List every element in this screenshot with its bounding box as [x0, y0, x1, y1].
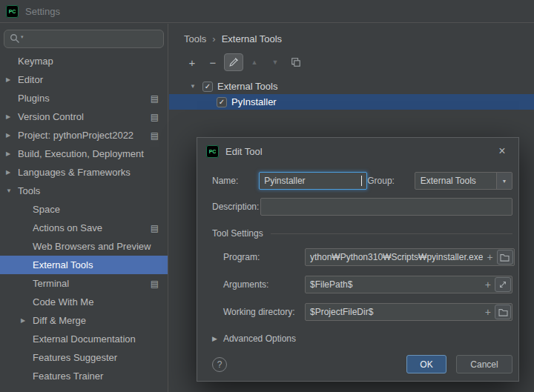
external-tools-tree: ▼ ✓ External Tools ✓ PyInstaller: [169, 79, 534, 110]
sidebar-item-label: Terminal: [33, 278, 69, 289]
external-tools-toolbar: + − ▲ ▼: [182, 53, 534, 71]
sidebar-item-label: Web Browsers and Preview: [33, 241, 151, 252]
sidebar-item-web-browsers[interactable]: Web Browsers and Preview: [0, 237, 168, 256]
sidebar-item-editor[interactable]: ▶Editor: [0, 70, 168, 89]
dropdown-arrow-icon[interactable]: ▼: [496, 173, 512, 189]
chevron-down-icon[interactable]: ▼: [190, 83, 198, 90]
project-override-icon: ▤: [151, 224, 159, 233]
project-override-icon: ▤: [151, 279, 159, 288]
insert-macro-icon[interactable]: +: [481, 279, 495, 290]
arrow-down-icon: ▼: [272, 59, 279, 66]
insert-macro-icon[interactable]: +: [483, 252, 496, 262]
project-override-icon: ▤: [151, 94, 159, 103]
settings-sidebar: ▾ Keymap ▶Editor Plugins▤ ▶Version Contr…: [0, 24, 168, 392]
remove-tool-button[interactable]: −: [203, 53, 222, 71]
sidebar-item-external-tools[interactable]: External Tools: [0, 256, 168, 274]
browse-button[interactable]: [497, 250, 513, 265]
help-button[interactable]: ?: [212, 357, 227, 372]
tree-row-pyinstaller[interactable]: ✓ PyInstaller: [169, 94, 534, 110]
group-dropdown[interactable]: External Tools ▼: [415, 172, 512, 190]
browse-button[interactable]: [495, 305, 511, 319]
cancel-button[interactable]: Cancel: [456, 355, 512, 373]
settings-search-input[interactable]: [4, 30, 164, 48]
arguments-field[interactable]: $FilePath$ +: [305, 276, 512, 293]
breadcrumb-separator-icon: ›: [212, 33, 215, 44]
edit-tool-dialog: PC Edit Tool × Name: Pyinstaller Group: …: [197, 137, 519, 382]
search-icon: [10, 33, 20, 44]
sidebar-item-features-trainer[interactable]: Features Trainer: [0, 367, 168, 385]
tree-row-external-tools[interactable]: ▼ ✓ External Tools: [169, 79, 534, 94]
project-override-icon: ▤: [151, 131, 159, 140]
sidebar-item-label: Build, Execution, Deployment: [18, 148, 144, 159]
sidebar-item-languages-frameworks[interactable]: ▶Languages & Frameworks: [0, 163, 168, 182]
sidebar-item-partial[interactable]: ▤: [0, 385, 168, 392]
close-icon[interactable]: ×: [495, 145, 510, 157]
sidebar-item-label: Tools: [18, 185, 40, 196]
edit-tool-button[interactable]: [224, 53, 243, 71]
move-up-button[interactable]: ▲: [245, 53, 264, 71]
sidebar-item-code-with-me[interactable]: Code With Me: [0, 293, 168, 311]
sidebar-item-space[interactable]: Space: [0, 200, 168, 219]
add-tool-button[interactable]: +: [182, 53, 202, 71]
sidebar-item-label: Diff & Merge: [33, 315, 86, 326]
sidebar-item-tools[interactable]: ▼Tools: [0, 182, 168, 200]
move-down-button[interactable]: ▼: [266, 53, 285, 71]
sidebar-item-version-control[interactable]: ▶Version Control▤: [0, 107, 168, 126]
advanced-options-label: Advanced Options: [223, 333, 296, 344]
breadcrumb-tools[interactable]: Tools: [184, 33, 206, 44]
search-history-chevron-icon[interactable]: ▾: [21, 34, 24, 40]
expand-button[interactable]: [495, 277, 511, 292]
chevron-right-icon: ▶: [6, 169, 18, 176]
name-field[interactable]: Pyinstaller: [259, 172, 367, 190]
sidebar-item-build-execution-deployment[interactable]: ▶Build, Execution, Deployment: [0, 144, 168, 163]
description-label: Description:: [212, 202, 260, 212]
sidebar-item-label: Languages & Frameworks: [18, 167, 131, 178]
ok-button[interactable]: OK: [406, 355, 446, 373]
arrow-up-icon: ▲: [251, 59, 258, 66]
chevron-down-icon: ▼: [6, 187, 18, 194]
minus-icon: −: [210, 56, 217, 69]
name-value: Pyinstaller: [264, 176, 361, 186]
program-value: ython₩Python310₩Scripts₩pyinstaller.exe: [310, 252, 483, 262]
pencil-icon: [228, 57, 239, 67]
sidebar-item-label: Plugins: [18, 93, 50, 104]
copy-tool-button[interactable]: [286, 53, 306, 71]
sidebar-item-external-documentation[interactable]: External Documentation: [0, 330, 168, 348]
sidebar-item-project[interactable]: ▶Project: pythonProject2022▤: [0, 126, 168, 144]
sidebar-item-plugins[interactable]: Plugins▤: [0, 89, 168, 107]
settings-window: PC Settings ▾ Keymap ▶Editor Plugins▤ ▶V…: [0, 0, 534, 392]
description-field[interactable]: [260, 198, 512, 216]
sidebar-item-label: Keymap: [18, 56, 53, 67]
sidebar-item-label: Editor: [18, 74, 43, 85]
breadcrumb-external-tools: External Tools: [222, 33, 282, 44]
dialog-footer: ? OK Cancel: [212, 355, 512, 373]
working-directory-value: $ProjectFileDir$: [310, 307, 481, 317]
working-directory-field[interactable]: $ProjectFileDir$ +: [305, 303, 512, 321]
checkbox-checked[interactable]: ✓: [202, 82, 213, 92]
chevron-right-icon: ▶: [6, 113, 18, 120]
dialog-titlebar: PC Edit Tool ×: [197, 138, 518, 165]
advanced-options-toggle[interactable]: ▶ Advanced Options: [212, 333, 512, 344]
sidebar-item-label: External Documentation: [33, 333, 136, 345]
sidebar-item-terminal[interactable]: Terminal▤: [0, 274, 168, 293]
chevron-right-icon: ▶: [6, 150, 18, 157]
tree-row-label: External Tools: [217, 81, 277, 92]
sidebar-item-keymap[interactable]: Keymap: [0, 52, 168, 70]
breadcrumb: Tools › External Tools: [184, 33, 534, 44]
name-label: Name:: [212, 176, 259, 186]
sidebar-item-diff-merge[interactable]: ▶Diff & Merge: [0, 311, 168, 330]
group-value: External Tools: [415, 173, 496, 189]
window-titlebar: PC Settings: [0, 0, 534, 23]
insert-macro-icon[interactable]: +: [481, 307, 495, 317]
sidebar-item-features-suggester[interactable]: Features Suggester: [0, 348, 168, 367]
chevron-right-icon: ▶: [6, 76, 18, 83]
settings-categories-list: Keymap ▶Editor Plugins▤ ▶Version Control…: [0, 52, 168, 392]
sidebar-item-label: Version Control: [18, 111, 84, 122]
checkbox-checked[interactable]: ✓: [217, 97, 227, 107]
tree-row-label: PyInstaller: [231, 96, 277, 107]
sidebar-item-actions-on-save[interactable]: Actions on Save▤: [0, 219, 168, 237]
group-label: Group:: [367, 176, 414, 186]
pycharm-logo-icon: PC: [6, 5, 19, 18]
window-title: Settings: [25, 6, 60, 17]
program-field[interactable]: ython₩Python310₩Scripts₩pyinstaller.exe …: [305, 248, 515, 266]
